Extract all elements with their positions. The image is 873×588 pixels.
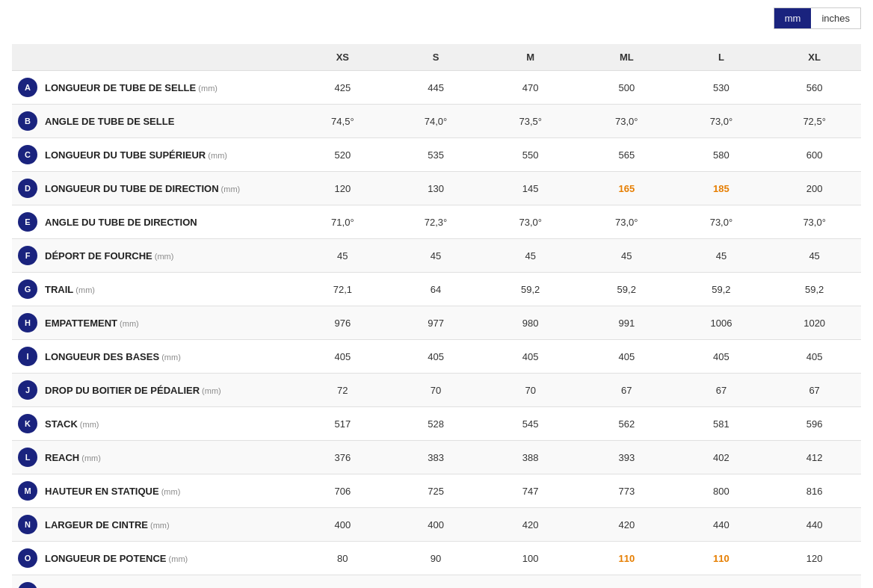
cell-A-col0: 425: [296, 71, 389, 105]
cell-D-col3: 165: [579, 172, 675, 205]
header-col-S: S: [389, 44, 483, 71]
row-label-O: OLONGUEUR DE POTENCE (mm): [12, 542, 296, 575]
cell-J-col5: 67: [768, 374, 861, 407]
cell-E-col2: 73,0°: [482, 205, 579, 239]
cell-P-col5: 175: [768, 575, 861, 589]
cell-O-col3: 110: [579, 542, 675, 575]
table-row: FDÉPORT DE FOURCHE (mm)454545454545: [12, 239, 861, 273]
cell-H-col1: 977: [389, 306, 483, 340]
cell-P-col0: 170: [296, 575, 389, 589]
cell-G-col2: 59,2: [482, 273, 579, 306]
row-label-K: KSTACK (mm): [12, 407, 296, 440]
row-unit-G: (mm): [73, 285, 95, 294]
header-col-L: L: [675, 44, 768, 71]
cell-B-col1: 74,0°: [389, 105, 483, 138]
row-unit-C: (mm): [206, 151, 227, 160]
cell-C-col5: 600: [768, 138, 861, 172]
table-row: JDROP DU BOITIER DE PÉDALIER (mm)7270706…: [12, 374, 861, 407]
cell-A-col5: 560: [768, 71, 861, 105]
header-col-XS: XS: [296, 44, 389, 71]
cell-O-col5: 120: [768, 542, 861, 575]
row-unit-K: (mm): [78, 420, 99, 429]
cell-L-col3: 393: [579, 441, 675, 474]
cell-M-col1: 725: [389, 474, 483, 508]
row-unit-H: (mm): [117, 319, 139, 328]
row-title-K: STACK (mm): [45, 418, 99, 430]
badge-M: M: [18, 481, 37, 501]
cell-K-col5: 596: [768, 407, 861, 441]
inches-button[interactable]: inches: [811, 8, 860, 28]
cell-J-col4: 67: [675, 374, 768, 407]
table-row: BANGLE DE TUBE DE SELLE74,5°74,0°73,5°73…: [12, 105, 861, 138]
mm-button[interactable]: mm: [774, 8, 812, 28]
row-unit-M: (mm): [159, 487, 181, 496]
cell-N-col2: 420: [482, 508, 579, 542]
header-col-M: M: [482, 44, 579, 71]
cell-L-col2: 388: [482, 441, 579, 474]
geometry-table-wrapper: XSSMMLLXL ALONGUEUR DE TUBE DE SELLE (mm…: [0, 37, 873, 588]
badge-F: F: [18, 246, 37, 265]
row-label-P: PLONGUEUR DES MANIVELLES (mm): [12, 575, 296, 588]
badge-D: D: [18, 179, 37, 198]
cell-I-col4: 405: [675, 340, 768, 374]
cell-C-col4: 580: [675, 138, 768, 172]
row-unit-F: (mm): [152, 252, 174, 261]
cell-F-col1: 45: [389, 239, 483, 273]
badge-A: A: [18, 78, 37, 97]
cell-I-col2: 405: [482, 340, 579, 374]
row-title-H: EMPATTEMENT (mm): [45, 318, 139, 329]
cell-A-col2: 470: [482, 71, 579, 105]
table-row: LREACH (mm)376383388393402412: [12, 441, 861, 474]
cell-K-col0: 517: [296, 407, 389, 441]
cell-L-col0: 376: [296, 441, 389, 474]
badge-B: B: [18, 111, 37, 131]
cell-P-col1: 170: [389, 575, 483, 589]
cell-M-col2: 747: [482, 474, 579, 508]
row-title-N: LARGEUR DE CINTRE (mm): [45, 519, 170, 530]
cell-B-col5: 72,5°: [768, 105, 861, 138]
cell-N-col3: 420: [579, 508, 675, 542]
table-row: ILONGUEUR DES BASES (mm)4054054054054054…: [12, 340, 861, 374]
cell-G-col4: 59,2: [675, 273, 768, 306]
cell-H-col2: 980: [482, 306, 579, 340]
cell-F-col4: 45: [675, 239, 768, 273]
row-unit-I: (mm): [159, 353, 181, 362]
cell-E-col5: 73,0°: [768, 205, 861, 239]
badge-E: E: [18, 212, 37, 232]
cell-I-col1: 405: [389, 340, 483, 374]
badge-H: H: [18, 313, 37, 332]
table-row: DLONGUEUR DU TUBE DE DIRECTION (mm)12013…: [12, 172, 861, 205]
cell-N-col1: 400: [389, 508, 483, 542]
row-title-A: LONGUEUR DE TUBE DE SELLE (mm): [45, 82, 218, 93]
row-title-I: LONGUEUR DES BASES (mm): [45, 351, 181, 362]
cell-P-col3: 172,5: [579, 575, 675, 589]
cell-M-col3: 773: [579, 474, 675, 508]
row-unit-N: (mm): [148, 521, 170, 530]
row-title-C: LONGUEUR DU TUBE SUPÉRIEUR (mm): [45, 149, 227, 161]
cell-H-col4: 1006: [675, 306, 768, 340]
cell-N-col4: 440: [675, 508, 768, 542]
cell-P-col4: 175: [675, 575, 768, 589]
header-col-ML: ML: [579, 44, 675, 71]
cell-M-col4: 800: [675, 474, 768, 508]
cell-F-col0: 45: [296, 239, 389, 273]
table-row: MHAUTEUR EN STATIQUE (mm)706725747773800…: [12, 474, 861, 508]
cell-G-col0: 72,1: [296, 273, 389, 306]
cell-J-col0: 72: [296, 374, 389, 407]
row-title-D: LONGUEUR DU TUBE DE DIRECTION (mm): [45, 183, 240, 194]
cell-N-col5: 440: [768, 508, 861, 542]
row-title-J: DROP DU BOITIER DE PÉDALIER (mm): [45, 385, 221, 396]
unit-toggle: mm inches: [774, 7, 861, 29]
cell-M-col5: 816: [768, 474, 861, 508]
cell-L-col5: 412: [768, 441, 861, 474]
row-title-O: LONGUEUR DE POTENCE (mm): [45, 553, 188, 564]
badge-P: P: [18, 582, 37, 588]
row-label-N: NLARGEUR DE CINTRE (mm): [12, 508, 296, 541]
table-row: ALONGUEUR DE TUBE DE SELLE (mm)425445470…: [12, 71, 861, 105]
row-label-A: ALONGUEUR DE TUBE DE SELLE (mm): [12, 71, 296, 104]
cell-E-col3: 73,0°: [579, 205, 675, 239]
badge-L: L: [18, 448, 37, 467]
table-row: HEMPATTEMENT (mm)97697798099110061020: [12, 306, 861, 340]
header-col-XL: XL: [768, 44, 861, 71]
cell-G-col1: 64: [389, 273, 483, 306]
